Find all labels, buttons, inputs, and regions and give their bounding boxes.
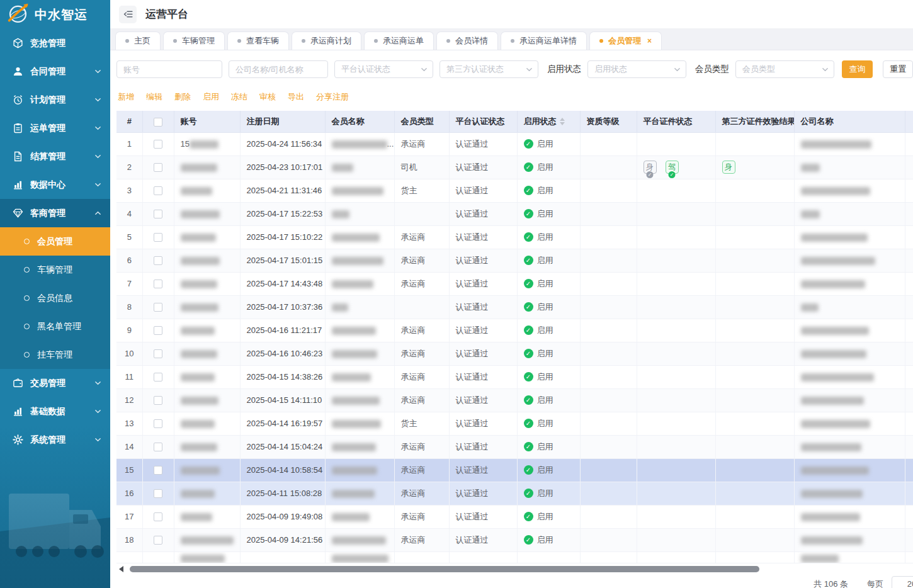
row-checkbox[interactable] bbox=[154, 280, 162, 288]
row-checkbox[interactable] bbox=[154, 466, 162, 475]
member-type-select[interactable]: 会员类型 bbox=[735, 60, 834, 78]
table-row[interactable]: 172025-04-09 19:49:08承运商认证通过✓启用 bbox=[116, 505, 913, 528]
sidebar-item-基础数据[interactable]: 基础数据 bbox=[0, 397, 110, 426]
scroll-left-arrow[interactable] bbox=[119, 566, 123, 572]
third-auth-select[interactable]: 第三方认证状态 bbox=[439, 60, 538, 78]
redacted-account bbox=[181, 257, 220, 265]
table-row[interactable]: 132025-04-14 16:19:57货主认证通过✓启用 bbox=[116, 412, 913, 435]
sidebar-item-运单管理[interactable]: 运单管理 bbox=[0, 114, 110, 142]
action-导出[interactable]: 导出 bbox=[288, 91, 304, 103]
account-cell bbox=[174, 388, 240, 412]
search-button[interactable]: 查询 bbox=[842, 60, 873, 78]
tab-承运商运单详情[interactable]: 承运商运单详情 bbox=[501, 31, 587, 50]
table-row[interactable]: 82025-04-17 10:37:36认证通过✓启用 bbox=[116, 295, 913, 319]
company-name-cell bbox=[794, 272, 905, 295]
tab-主页[interactable]: 主页 bbox=[115, 31, 161, 50]
row-checkbox[interactable] bbox=[154, 186, 162, 195]
action-冻结[interactable]: 冻结 bbox=[231, 91, 247, 103]
reset-button[interactable]: 重置 bbox=[883, 60, 913, 78]
tab-dot-icon bbox=[446, 39, 450, 43]
scrollbar-thumb[interactable] bbox=[130, 566, 759, 572]
table-row[interactable]: 112025-04-15 14:38:26承运商认证通过✓启用 bbox=[116, 365, 913, 388]
member-name-cell bbox=[325, 412, 394, 435]
table-row[interactable]: 122025-04-15 14:11:10承运商认证通过✓启用 bbox=[116, 388, 913, 412]
row-checkbox[interactable] bbox=[154, 163, 162, 172]
row-checkbox[interactable] bbox=[154, 256, 162, 265]
sidebar-subitem-黑名单管理[interactable]: 黑名单管理 bbox=[0, 312, 110, 341]
tab-承运商计划[interactable]: 承运商计划 bbox=[292, 31, 361, 50]
tab-会员详情[interactable]: 会员详情 bbox=[436, 31, 498, 50]
register-date-cell: 2025-04-09 14:21:56 bbox=[240, 528, 325, 551]
sidebar-subitem-车辆管理[interactable]: 车辆管理 bbox=[0, 256, 110, 284]
table-row[interactable]: 92025-04-16 11:21:17承运商认证通过✓启用 bbox=[116, 319, 913, 342]
row-checkbox[interactable] bbox=[154, 210, 162, 218]
row-checkbox[interactable] bbox=[154, 349, 162, 358]
tab-车辆管理[interactable]: 车辆管理 bbox=[163, 31, 225, 50]
sidebar-subitem-会员管理[interactable]: 会员管理 bbox=[0, 227, 110, 256]
member-type-cell: 承运商 bbox=[394, 458, 449, 482]
table-row[interactable]: 1152025-04-24 11:56:34...承运商认证通过✓启用 bbox=[116, 132, 913, 155]
sidebar-item-计划管理[interactable]: 计划管理 bbox=[0, 86, 110, 114]
table-row[interactable]: 22025-04-23 10:17:01司机认证通过✓启用身✓驾✓身 bbox=[116, 155, 913, 179]
sidebar-item-交易管理[interactable]: 交易管理 bbox=[0, 369, 110, 397]
table-row[interactable]: 52025-04-17 15:10:22承运商认证通过✓启用 bbox=[116, 225, 913, 249]
tab-承运商运单[interactable]: 承运商运单 bbox=[364, 31, 434, 50]
platform-auth-cell: 认证通过 bbox=[449, 132, 517, 155]
table-row-partial[interactable] bbox=[116, 551, 913, 563]
row-checkbox[interactable] bbox=[154, 489, 162, 498]
sort-control[interactable] bbox=[560, 118, 565, 125]
circle-icon bbox=[24, 239, 30, 244]
table-row[interactable]: 162025-04-11 15:08:28承运商认证通过✓启用 bbox=[116, 482, 913, 505]
enable-status-select[interactable]: 启用状态 bbox=[587, 60, 686, 78]
per-page-select[interactable]: 20 bbox=[892, 576, 913, 588]
row-checkbox[interactable] bbox=[154, 512, 162, 521]
action-分享注册[interactable]: 分享注册 bbox=[316, 91, 349, 103]
action-审核[interactable]: 审核 bbox=[259, 91, 276, 103]
row-checkbox[interactable] bbox=[154, 396, 162, 405]
scrollbar-track[interactable] bbox=[126, 565, 913, 573]
table-row[interactable]: 72025-04-17 14:43:48承运商认证通过✓启用 bbox=[116, 272, 913, 295]
table-row[interactable]: 152025-04-14 10:58:54承运商认证通过✓启用 bbox=[116, 458, 913, 482]
action-删除[interactable]: 删除 bbox=[174, 91, 191, 103]
table-row[interactable]: 142025-04-14 15:04:24承运商认证通过✓启用 bbox=[116, 435, 913, 458]
sidebar-item-系统管理[interactable]: 系统管理 bbox=[0, 426, 110, 454]
table-row[interactable]: 62025-04-17 15:01:15承运商认证通过✓启用 bbox=[116, 249, 913, 272]
account-input[interactable] bbox=[116, 60, 222, 78]
table-row[interactable]: 32025-04-21 11:31:46货主认证通过✓启用 bbox=[116, 179, 913, 202]
sidebar-subitem-挂车管理[interactable]: 挂车管理 bbox=[0, 341, 110, 369]
redacted-company bbox=[801, 257, 875, 265]
action-编辑[interactable]: 编辑 bbox=[146, 91, 162, 103]
table-row[interactable]: 102025-04-16 10:46:23承运商认证通过✓启用 bbox=[116, 342, 913, 365]
company-name-input[interactable] bbox=[229, 60, 328, 78]
sidebar-collapse-button[interactable] bbox=[119, 6, 137, 23]
row-checkbox[interactable] bbox=[154, 536, 162, 545]
action-启用[interactable]: 启用 bbox=[203, 91, 219, 103]
row-checkbox[interactable] bbox=[154, 326, 162, 335]
platform-cert-cell bbox=[637, 388, 715, 412]
row-checkbox[interactable] bbox=[154, 303, 162, 312]
sidebar-item-合同管理[interactable]: 合同管理 bbox=[0, 57, 110, 86]
tab-查看车辆[interactable]: 查看车辆 bbox=[227, 31, 289, 50]
redacted-account bbox=[181, 513, 212, 521]
platform-auth-select[interactable]: 平台认证状态 bbox=[334, 60, 433, 78]
row-checkbox[interactable] bbox=[154, 373, 162, 382]
select-all-checkbox[interactable] bbox=[154, 118, 162, 127]
company-name-cell bbox=[794, 365, 905, 388]
row-checkbox[interactable] bbox=[154, 140, 162, 149]
table-row[interactable]: 42025-04-17 15:22:53认证通过✓启用 bbox=[116, 202, 913, 225]
sidebar-subitem-会员信息[interactable]: 会员信息 bbox=[0, 284, 110, 312]
third-auth-placeholder: 第三方认证状态 bbox=[446, 64, 504, 75]
row-checkbox[interactable] bbox=[154, 233, 162, 242]
sidebar-item-结算管理[interactable]: 结算管理 bbox=[0, 142, 110, 171]
qualification-cell bbox=[580, 482, 637, 505]
table-row[interactable]: 182025-04-09 14:21:56承运商认证通过✓启用 bbox=[116, 528, 913, 551]
row-index-cell: 18 bbox=[116, 528, 142, 551]
tab-会员管理[interactable]: 会员管理× bbox=[589, 31, 662, 50]
row-checkbox[interactable] bbox=[154, 419, 162, 428]
action-新增[interactable]: 新增 bbox=[118, 91, 134, 103]
close-icon[interactable]: × bbox=[647, 37, 652, 45]
sidebar-item-客商管理[interactable]: 客商管理 bbox=[0, 199, 110, 227]
sidebar-item-数据中心[interactable]: 数据中心 bbox=[0, 171, 110, 199]
sidebar-item-竞抢管理[interactable]: 竞抢管理 bbox=[0, 29, 110, 57]
row-checkbox[interactable] bbox=[154, 443, 162, 451]
